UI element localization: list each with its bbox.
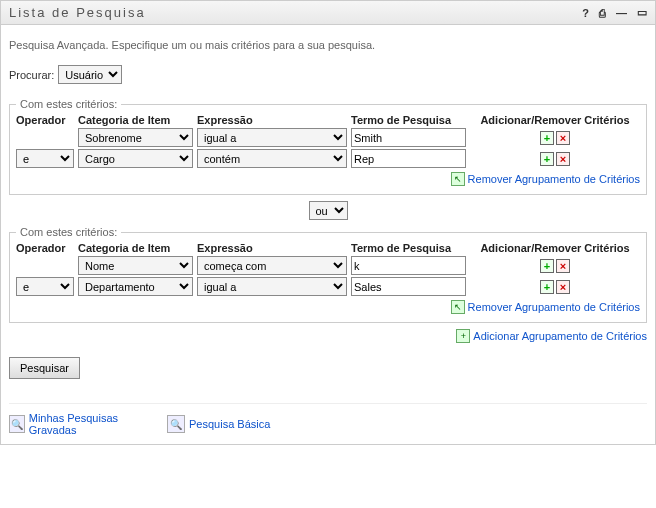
col-operator: Operador — [16, 114, 74, 126]
g1r0-expression[interactable]: igual a — [197, 128, 347, 147]
g1r0-category[interactable]: Sobrenome — [78, 128, 193, 147]
search-for-select[interactable]: Usuário — [58, 65, 122, 84]
col-operator: Operador — [16, 242, 74, 254]
remove-group-link[interactable]: Remover Agrupamento de Critérios — [468, 301, 640, 313]
col-category: Categoria de Item — [78, 242, 193, 254]
g2r1-operator[interactable]: e — [16, 277, 74, 296]
g1r1-category[interactable]: Cargo — [78, 149, 193, 168]
g2r0-category[interactable]: Nome — [78, 256, 193, 275]
footer-links: 🔍 Minhas Pesquisas Gravadas 🔍 Pesquisa B… — [9, 403, 647, 436]
group-join-row: ou — [9, 201, 647, 220]
g1r0-term[interactable] — [351, 128, 466, 147]
criteria-group-legend: Com estes critérios: — [16, 98, 121, 110]
add-row-icon[interactable]: + — [540, 131, 554, 145]
col-expression: Expressão — [197, 242, 347, 254]
remove-row-icon[interactable]: × — [556, 280, 570, 294]
col-expression: Expressão — [197, 114, 347, 126]
remove-row-icon[interactable]: × — [556, 259, 570, 273]
saved-searches-icon: 🔍 — [9, 415, 25, 433]
basic-search-icon: 🔍 — [167, 415, 185, 433]
col-term: Termo de Pesquisa — [351, 114, 466, 126]
criteria-grid-2: Operador Categoria de Item Expressão Ter… — [16, 242, 640, 296]
criteria-group-legend: Com estes critérios: — [16, 226, 121, 238]
titlebar: Lista de Pesquisa ? ⎙ — ▭ — [0, 0, 656, 25]
col-category: Categoria de Item — [78, 114, 193, 126]
remove-row-icon[interactable]: × — [556, 131, 570, 145]
g2r1-category[interactable]: Departamento — [78, 277, 193, 296]
remove-group-icon[interactable]: ↖ — [451, 172, 465, 186]
remove-row-icon[interactable]: × — [556, 152, 570, 166]
search-for-row: Procurar: Usuário — [9, 65, 647, 84]
minimize-icon[interactable]: — — [616, 7, 627, 19]
col-addremove: Adicionar/Remover Critérios — [470, 242, 640, 254]
add-group-icon[interactable]: + — [456, 329, 470, 343]
criteria-group-1: Com estes critérios: Operador Categoria … — [9, 98, 647, 195]
g2r0-expression[interactable]: começa com — [197, 256, 347, 275]
col-term: Termo de Pesquisa — [351, 242, 466, 254]
g1r1-operator[interactable]: e — [16, 149, 74, 168]
col-addremove: Adicionar/Remover Critérios — [470, 114, 640, 126]
group-join-select[interactable]: ou — [309, 201, 348, 220]
page-subtitle: Pesquisa Avançada. Especifique um ou mai… — [9, 39, 647, 51]
saved-searches-link[interactable]: 🔍 Minhas Pesquisas Gravadas — [9, 412, 149, 436]
content-area: Pesquisa Avançada. Especifique um ou mai… — [0, 25, 656, 445]
add-row-icon[interactable]: + — [540, 259, 554, 273]
basic-search-link[interactable]: 🔍 Pesquisa Básica — [167, 415, 270, 433]
add-row-icon[interactable]: + — [540, 280, 554, 294]
search-button[interactable]: Pesquisar — [9, 357, 80, 379]
titlebar-actions: ? ⎙ — ▭ — [582, 6, 647, 19]
g1r1-expression[interactable]: contém — [197, 149, 347, 168]
g2r0-term[interactable] — [351, 256, 466, 275]
remove-group-link[interactable]: Remover Agrupamento de Critérios — [468, 173, 640, 185]
search-for-label: Procurar: — [9, 69, 54, 81]
add-row-icon[interactable]: + — [540, 152, 554, 166]
criteria-grid-1: Operador Categoria de Item Expressão Ter… — [16, 114, 640, 168]
help-icon[interactable]: ? — [582, 7, 589, 19]
close-icon[interactable]: ▭ — [637, 6, 647, 19]
print-icon[interactable]: ⎙ — [599, 7, 606, 19]
g2r1-expression[interactable]: igual a — [197, 277, 347, 296]
window-title: Lista de Pesquisa — [9, 5, 146, 20]
g2r1-term[interactable] — [351, 277, 466, 296]
remove-group-icon[interactable]: ↖ — [451, 300, 465, 314]
g1r1-term[interactable] — [351, 149, 466, 168]
add-group-link[interactable]: Adicionar Agrupamento de Critérios — [473, 330, 647, 342]
criteria-group-2: Com estes critérios: Operador Categoria … — [9, 226, 647, 323]
